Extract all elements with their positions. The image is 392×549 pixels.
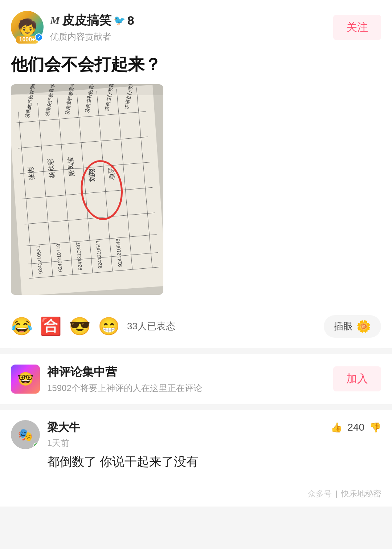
reaction-count: 33人已表态 bbox=[127, 320, 317, 333]
svg-text:张彬: 张彬 bbox=[27, 166, 36, 180]
author-name: M皮皮搞笑🐦8 bbox=[50, 12, 134, 29]
author-left: 🧒 1000+ ✓ M皮皮搞笑🐦8 优质内容贡献者 bbox=[11, 11, 134, 44]
author-name-suffix: 8 bbox=[127, 13, 134, 28]
author-avatar-wrapper: 🧒 1000+ ✓ bbox=[11, 11, 44, 44]
emoji-grin[interactable]: 😁 bbox=[98, 316, 120, 337]
post-image-svg: 9241210521 9241210718 9241210337 9241210… bbox=[11, 84, 163, 295]
comment-header: 梁大牛 👍 240 👎 bbox=[47, 420, 381, 435]
svg-text:刘翔: 刘翔 bbox=[87, 168, 96, 183]
svg-text:6: 6 bbox=[28, 103, 31, 110]
post-title: 他们会不会打起来？ bbox=[11, 54, 381, 76]
group-info: 神评论集中营 15902个将要上神评的人在这里正在评论 bbox=[47, 364, 202, 394]
sunflower-icon: 🌼 bbox=[356, 320, 371, 333]
join-group-button[interactable]: 加入 bbox=[333, 366, 381, 391]
section-divider-1 bbox=[0, 348, 392, 354]
online-indicator bbox=[33, 443, 39, 448]
comment-avatar: 🎭 bbox=[11, 420, 40, 449]
insert-eye-button[interactable]: 插眼 🌼 bbox=[324, 315, 381, 338]
group-name: 神评论集中营 bbox=[47, 364, 202, 380]
group-desc: 15902个将要上神评的人在这里正在评论 bbox=[47, 382, 202, 394]
svg-text:1: 1 bbox=[47, 100, 51, 107]
comment-item: 🎭 梁大牛 👍 240 👎 1天前 都倒数了 你说干起来了没有 bbox=[11, 420, 381, 471]
group-left: 🤓 神评论集中营 15902个将要上神评的人在这里正在评论 bbox=[11, 364, 202, 394]
svg-text:5: 5 bbox=[87, 95, 90, 101]
insert-eye-label: 插眼 bbox=[334, 320, 353, 333]
group-avatar-icon: 🤓 bbox=[17, 371, 34, 387]
watermark-logo: 众多号 bbox=[308, 488, 332, 499]
avatar-face-icon: 🧒 bbox=[17, 19, 37, 35]
main-card: 🧒 1000+ ✓ M皮皮搞笑🐦8 优质内容贡献者 关注 他们会不会打起来？ bbox=[0, 0, 392, 348]
author-tag: 优质内容贡献者 bbox=[50, 31, 134, 42]
follow-button[interactable]: 关注 bbox=[333, 15, 381, 40]
comment-section: 🎭 梁大牛 👍 240 👎 1天前 都倒数了 你说干起来了没有 bbox=[0, 410, 392, 481]
watermark-app: 快乐地秘密 bbox=[341, 488, 381, 499]
emoji-positive[interactable]: 🈴 bbox=[40, 316, 62, 337]
svg-rect-38 bbox=[11, 84, 163, 95]
thumbs-up-icon[interactable]: 👍 bbox=[331, 422, 342, 433]
author-row: 🧒 1000+ ✓ M皮皮搞笑🐦8 优质内容贡献者 关注 bbox=[11, 11, 381, 44]
commenter-name: 梁大牛 bbox=[47, 420, 80, 435]
emoji-laugh[interactable]: 😂 bbox=[11, 316, 33, 337]
author-info: M皮皮搞笑🐦8 优质内容贡献者 bbox=[50, 12, 134, 42]
bottom-watermark: 众多号 | 快乐地秘密 bbox=[0, 481, 392, 507]
bird-icon: 🐦 bbox=[114, 15, 125, 26]
verify-icon: ✓ bbox=[35, 33, 43, 41]
comment-body: 梁大牛 👍 240 👎 1天前 都倒数了 你说干起来了没有 bbox=[47, 420, 381, 471]
watermark-separator: | bbox=[335, 489, 338, 499]
post-image: 9241210521 9241210718 9241210337 9241210… bbox=[11, 84, 163, 295]
svg-text:3: 3 bbox=[67, 97, 71, 104]
comment-actions: 👍 240 👎 bbox=[331, 422, 381, 433]
thumbs-down-icon[interactable]: 👎 bbox=[369, 422, 381, 433]
comment-text: 都倒数了 你说干起来了没有 bbox=[47, 452, 381, 471]
reactions-row: 😂 🈴 😎 😁 33人已表态 插眼 🌼 bbox=[11, 306, 381, 348]
m-prefix-icon: M bbox=[50, 14, 60, 27]
emoji-cool[interactable]: 😎 bbox=[69, 316, 91, 337]
author-name-text: 皮皮搞笑 bbox=[62, 12, 111, 29]
like-count: 240 bbox=[347, 422, 364, 433]
comment-group-banner: 🤓 神评论集中营 15902个将要上神评的人在这里正在评论 加入 bbox=[0, 354, 392, 410]
commenter-avatar-icon: 🎭 bbox=[18, 427, 33, 442]
comment-time: 1天前 bbox=[47, 437, 381, 449]
group-avatar: 🤓 bbox=[11, 365, 40, 394]
